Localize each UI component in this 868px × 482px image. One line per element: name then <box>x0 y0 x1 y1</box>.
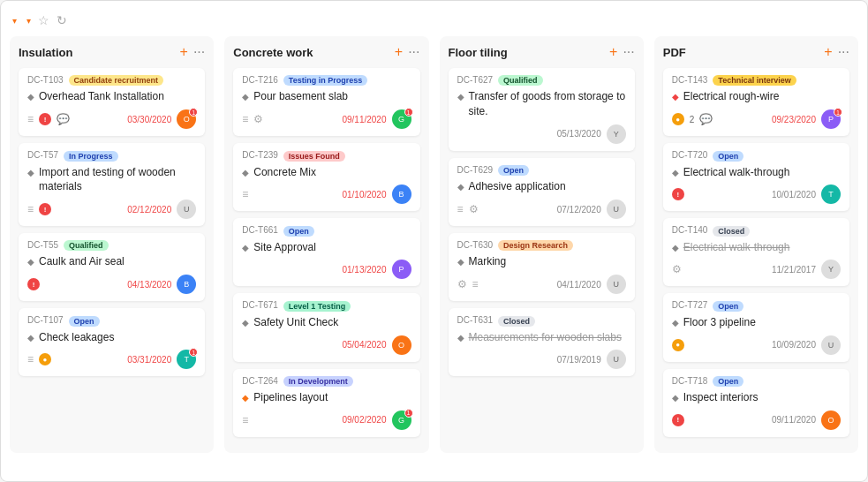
card-badge: In Progress <box>64 151 118 162</box>
card-icons: ≡ <box>242 414 248 426</box>
column-header: PDF + ··· <box>663 45 849 59</box>
card-dc-t629[interactable]: DC-T629Open ◆ Adhesive application ≡⚙ 07… <box>449 158 635 226</box>
card-icons: ! <box>672 414 684 426</box>
yellow-dot-icon: ● <box>672 113 684 125</box>
card-right: 04/13/2020 B <box>127 275 196 294</box>
card-dc-t55[interactable]: DC-T55Qualified ◆ Caulk and Air seal ! 0… <box>19 233 205 301</box>
diamond-icon: ◆ <box>27 91 34 103</box>
card-badge: Open <box>713 151 743 162</box>
card-title: ◆ Marking <box>457 254 626 269</box>
red-dot-icon: ! <box>39 113 51 125</box>
avatar-notification-badge: 1 <box>404 108 413 117</box>
settings-icon: ⚙ <box>469 203 479 215</box>
card-dc-t720[interactable]: DC-T720Open ◆ Electrical walk-through ! … <box>663 143 849 211</box>
card-title: ◆ Measurements for wooden slabs <box>457 330 626 345</box>
card-title: ◆ Inspect interiors <box>672 390 841 405</box>
card-dc-t140[interactable]: DC-T140Closed ◆ Electrical walk-through … <box>663 218 849 286</box>
card-badge: Closed <box>498 316 535 327</box>
card-footer: ≡● 03/31/2020 T 1 <box>27 350 196 369</box>
card-id: DC-T140Closed <box>672 225 841 236</box>
card-title-text: Floor 3 pipeline <box>683 315 756 330</box>
card-title-text: Caulk and Air seal <box>39 254 125 269</box>
card-title: ◆ Electrical rough-wire <box>672 89 841 104</box>
card-title-text: Pour basement slab <box>253 89 348 104</box>
card-date: 02/12/2020 <box>127 205 171 215</box>
card-badge: Open <box>713 301 743 312</box>
card-id: DC-T107Open <box>27 315 196 326</box>
avatar-notification-badge: 1 <box>834 108 842 117</box>
card-dc-t216[interactable]: DC-T216Testing in Progress ◆ Pour baseme… <box>233 68 419 136</box>
card-badge: In Development <box>283 376 353 387</box>
card-dc-t671[interactable]: DC-T671Level 1 Testing ◆ Safety Unit Che… <box>233 293 419 361</box>
add-card-button[interactable]: + <box>824 45 832 59</box>
card-dc-t103[interactable]: DC-T103Candidate recruitment ◆ Overhead … <box>19 68 205 136</box>
card-id: DC-T630Design Research <box>457 240 626 251</box>
card-dc-t239[interactable]: DC-T239Issues Found ◆ Concrete Mix ≡ 01/… <box>233 143 419 211</box>
card-date: 05/04/2020 <box>342 340 386 350</box>
task-list-link[interactable]: ▾ <box>10 16 17 26</box>
card-badge: Qualified <box>64 240 109 251</box>
add-card-button[interactable]: + <box>180 45 188 59</box>
card-dc-t661[interactable]: DC-T661Open ◆ Site Approval 01/13/2020 P <box>233 218 419 286</box>
add-card-button[interactable]: + <box>609 45 617 59</box>
avatar: T <box>821 185 841 204</box>
card-badge: Closed <box>713 226 750 237</box>
star-icon[interactable]: ☆ <box>38 13 49 27</box>
card-badge: Open <box>713 376 743 387</box>
yellow-dot-icon: ● <box>39 353 51 365</box>
settings-icon: ⚙ <box>672 263 682 275</box>
column-insulation: Insulation + ··· DC-T103Candidate recrui… <box>10 36 214 453</box>
avatar-notification-badge: 1 <box>189 108 198 117</box>
column-menu-button[interactable]: ··· <box>838 45 849 59</box>
app-container: ▾ ▾ ☆ ↻ Insulation + ··· DC-T103Candidat… <box>0 0 868 482</box>
refresh-icon[interactable]: ↻ <box>57 13 67 27</box>
card-title: ◆ Safety Unit Check <box>242 315 411 330</box>
card-dc-t727[interactable]: DC-T727Open ◆ Floor 3 pipeline ● 10/09/2… <box>663 293 849 361</box>
add-card-button[interactable]: + <box>395 45 403 59</box>
card-date: 05/13/2020 <box>557 129 601 139</box>
card-right: 07/12/2020 U <box>557 200 626 219</box>
diamond-icon: ◆ <box>242 167 249 179</box>
card-title-text: Electrical walk-through <box>683 240 790 255</box>
card-badge: Open <box>498 165 529 176</box>
card-date: 09/23/2020 <box>772 115 816 124</box>
list-icon: ≡ <box>27 353 34 365</box>
column-menu-button[interactable]: ··· <box>408 45 419 59</box>
list-icon: ≡ <box>457 203 464 215</box>
column-menu-button[interactable]: ··· <box>623 45 634 59</box>
card-title: ◆ Overhead Tank Installation <box>27 89 196 104</box>
card-title: ◆ Floor 3 pipeline <box>672 315 841 330</box>
card-id: DC-T627Qualified <box>457 75 626 86</box>
list-icon: ≡ <box>472 278 479 290</box>
card-title-text: Electrical walk-through <box>683 165 790 180</box>
card-right: 01/13/2020 P <box>342 260 411 279</box>
diamond-icon: ◆ <box>672 242 679 254</box>
avatar-notification-badge: 1 <box>404 409 413 418</box>
card-dc-t107[interactable]: DC-T107Open ◆ Check leakages ≡● 03/31/20… <box>19 308 205 376</box>
all-tasks-link[interactable]: ▾ <box>24 16 31 26</box>
card-badge: Open <box>69 316 100 327</box>
card-dc-t264[interactable]: DC-T264In Development ◆ Pipelines layout… <box>233 369 419 437</box>
card-id: DC-T629Open <box>457 165 626 176</box>
card-dc-t631[interactable]: DC-T631Closed ◆ Measurements for wooden … <box>449 308 635 376</box>
column-pdf: PDF + ··· DC-T143Technical interview ◆ E… <box>654 36 858 453</box>
card-footer: ! 09/11/2020 O <box>672 410 841 430</box>
diamond-icon: ◆ <box>457 332 464 344</box>
card-right: 03/31/2020 T 1 <box>127 350 196 369</box>
card-dc-t143[interactable]: DC-T143Technical interview ◆ Electrical … <box>663 68 849 136</box>
card-id: DC-T727Open <box>672 300 841 311</box>
card-footer: ⚙≡ 04/11/2020 U <box>457 275 626 294</box>
red-dot-icon: ! <box>672 188 684 200</box>
card-dc-t57[interactable]: DC-T57In Progress ◆ Import and testing o… <box>19 143 205 226</box>
avatar: U <box>607 200 626 219</box>
diamond-icon: ◆ <box>672 91 679 103</box>
avatar: U <box>821 335 841 355</box>
card-right: 09/11/2020 O <box>772 410 841 430</box>
diamond-icon: ◆ <box>242 392 249 404</box>
card-icons: ≡⚙ <box>457 203 479 215</box>
card-dc-t630[interactable]: DC-T630Design Research ◆ Marking ⚙≡ 04/1… <box>449 233 635 301</box>
card-dc-t718[interactable]: DC-T718Open ◆ Inspect interiors ! 09/11/… <box>663 369 849 437</box>
column-menu-button[interactable]: ··· <box>193 45 205 59</box>
card-dc-t627[interactable]: DC-T627Qualified ◆ Transfer of goods fro… <box>449 68 635 151</box>
card-right: 09/02/2020 G 1 <box>342 410 411 430</box>
